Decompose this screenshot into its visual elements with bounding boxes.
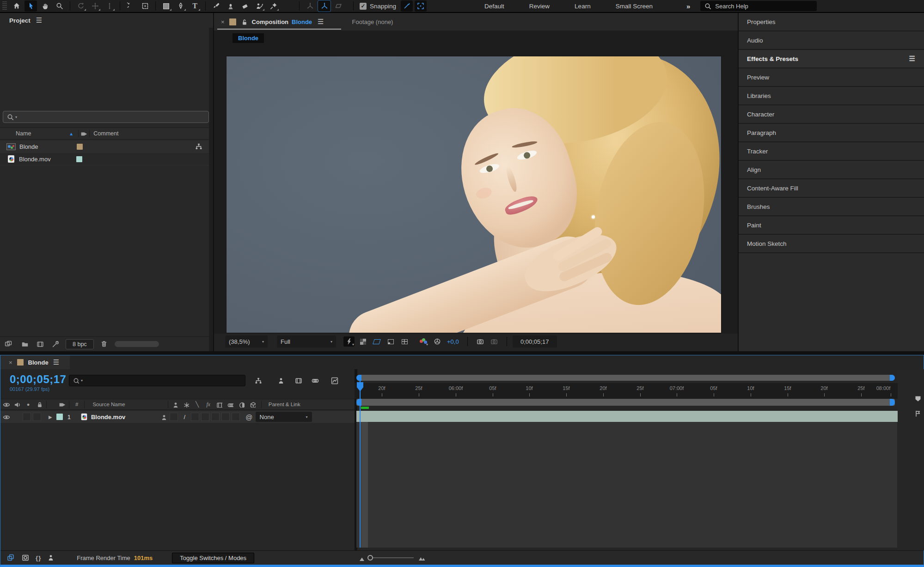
puppet-pin-tool[interactable]	[267, 0, 280, 12]
hand-tool[interactable]	[39, 0, 51, 12]
layer-duration-bar[interactable]	[356, 411, 924, 422]
tab-paint[interactable]: Paint	[739, 216, 924, 235]
comp-marker-bin-icon[interactable]	[914, 395, 922, 402]
unified-camera-tool[interactable]	[139, 0, 151, 12]
close-icon[interactable]: ×	[9, 359, 12, 366]
sort-ascending-icon[interactable]: ▲	[69, 131, 73, 136]
snapping-toggle[interactable]: ✓ Snapping	[360, 3, 396, 10]
roto-brush-tool[interactable]	[253, 0, 265, 12]
interpret-footage-icon[interactable]	[5, 340, 15, 348]
shy-switch-icon[interactable]	[170, 402, 181, 408]
local-axis-mode-icon[interactable]	[304, 0, 316, 12]
column-parent-link[interactable]: Parent & Link	[269, 402, 300, 407]
layer-motion-blur-cell[interactable]	[211, 413, 220, 421]
comp-flowchart-icon[interactable]	[914, 410, 922, 417]
layer-lock-cell[interactable]	[33, 413, 41, 421]
zoom-in-mountain-icon[interactable]	[418, 555, 426, 561]
channel-select-icon[interactable]: ▾	[418, 336, 429, 347]
world-axis-mode-icon[interactable]	[318, 0, 330, 12]
tab-effects-presets[interactable]: Effects & Presets☰	[739, 50, 924, 68]
project-scrollbar[interactable]	[209, 28, 213, 351]
panel-menu-icon[interactable]: ☰	[36, 16, 43, 24]
tab-content-aware-fill[interactable]: Content-Aware Fill	[739, 179, 924, 198]
type-tool[interactable]: T	[189, 0, 201, 12]
layer-name[interactable]: Blonde.mov	[91, 414, 125, 421]
render-time-columns-icon[interactable]: { }	[36, 555, 41, 561]
rectangle-tool[interactable]	[160, 0, 172, 12]
show-snapshot-icon[interactable]	[489, 336, 500, 347]
label-column-icon[interactable]	[56, 401, 67, 408]
layer-shy-icon[interactable]	[158, 414, 169, 420]
playhead-marker[interactable]	[356, 382, 364, 392]
layer-quality-icon[interactable]: /	[179, 414, 190, 421]
clone-stamp-tool[interactable]	[224, 0, 237, 12]
motion-blur-icon[interactable]	[309, 375, 321, 386]
column-source-name[interactable]: Source Name	[92, 402, 125, 407]
project-search-input[interactable]	[19, 114, 171, 121]
panel-menu-icon[interactable]: ☰	[53, 358, 60, 366]
layer-frame-blend-cell[interactable]	[201, 413, 209, 421]
zoom-tool[interactable]	[53, 0, 66, 12]
workspace-tab-learn[interactable]: Learn	[562, 3, 603, 10]
toolbar-drag-handle[interactable]	[2, 1, 7, 11]
adjustment-layer-switch-icon[interactable]	[236, 402, 247, 408]
tab-composition-target[interactable]: Blonde	[292, 18, 312, 25]
home-icon[interactable]	[10, 0, 23, 12]
horizontal-scrollbar[interactable]	[115, 341, 159, 347]
breadcrumb[interactable]: Blonde	[233, 33, 264, 43]
transparency-grid-icon[interactable]	[357, 336, 368, 347]
solo-column-icon[interactable]: ●	[23, 402, 34, 407]
layer-label-swatch[interactable]	[56, 414, 63, 420]
label-column-icon[interactable]	[80, 130, 87, 137]
parent-select[interactable]: None▾	[256, 412, 312, 422]
timeline-zoom-slider[interactable]	[369, 557, 414, 558]
resolution-select[interactable]: Full▾	[277, 335, 336, 348]
column-index[interactable]: #	[75, 402, 78, 407]
viewer-timecode[interactable]: 0;00;05;17	[513, 335, 557, 348]
workspace-tab-small-screen[interactable]: Small Screen	[603, 3, 665, 10]
collapse-switch-icon[interactable]	[181, 402, 192, 408]
eraser-tool[interactable]	[239, 0, 251, 12]
composition-stage[interactable]	[214, 45, 738, 334]
zoom-out-mountain-icon[interactable]	[359, 555, 365, 561]
new-composition-icon[interactable]	[37, 341, 45, 348]
guides-options-icon[interactable]	[399, 336, 410, 347]
zoom-slider-knob[interactable]	[367, 555, 373, 561]
playhead-line[interactable]	[360, 378, 361, 548]
label-swatch[interactable]	[77, 144, 83, 150]
project-search-box[interactable]: ▾	[3, 111, 209, 123]
composition-mini-flowchart-icon[interactable]	[252, 375, 264, 386]
motion-blur-switch-icon[interactable]	[225, 402, 236, 408]
in-out-columns-icon[interactable]	[22, 554, 29, 561]
layer-audio-cell[interactable]	[23, 413, 31, 421]
workspace-tab-review[interactable]: Review	[517, 3, 562, 10]
layer-row[interactable]: ▶ 1 Blonde.mov / @ None▾	[0, 411, 355, 423]
selection-tool[interactable]	[24, 0, 37, 12]
layer-adjustment-cell[interactable]	[221, 413, 230, 421]
video-column-icon[interactable]	[0, 401, 12, 408]
effects-switch-icon[interactable]: fx	[203, 402, 214, 407]
tab-audio[interactable]: Audio	[739, 31, 924, 50]
flowchart-icon[interactable]	[195, 143, 202, 150]
layer-video-eye-icon[interactable]	[0, 414, 12, 421]
region-of-interest-icon[interactable]	[385, 336, 396, 347]
hide-shy-layers-icon[interactable]	[275, 375, 287, 386]
project-bit-depth-button[interactable]: 8 bpc	[66, 339, 94, 349]
timeline-search-input[interactable]	[85, 377, 223, 384]
tab-paragraph[interactable]: Paragraph	[739, 124, 924, 142]
track-background[interactable]	[356, 422, 897, 548]
tab-character[interactable]: Character	[739, 105, 924, 124]
layer-fx-cell[interactable]	[191, 413, 199, 421]
timeline-search-box[interactable]: ▾	[69, 375, 245, 386]
pan-camera-tool[interactable]	[89, 0, 101, 12]
panel-menu-icon[interactable]: ☰	[909, 55, 916, 63]
lock-open-icon[interactable]	[241, 18, 247, 25]
audio-column-icon[interactable]	[12, 401, 23, 408]
tab-properties[interactable]: Properties	[739, 13, 924, 31]
expand-collapse-panes-icon[interactable]	[7, 554, 14, 561]
layer-collapse-cell[interactable]	[170, 413, 178, 421]
close-icon[interactable]: ×	[221, 18, 225, 25]
panel-menu-icon[interactable]: ☰	[318, 18, 324, 26]
label-swatch[interactable]	[76, 156, 82, 162]
graph-editor-icon[interactable]	[329, 375, 341, 386]
